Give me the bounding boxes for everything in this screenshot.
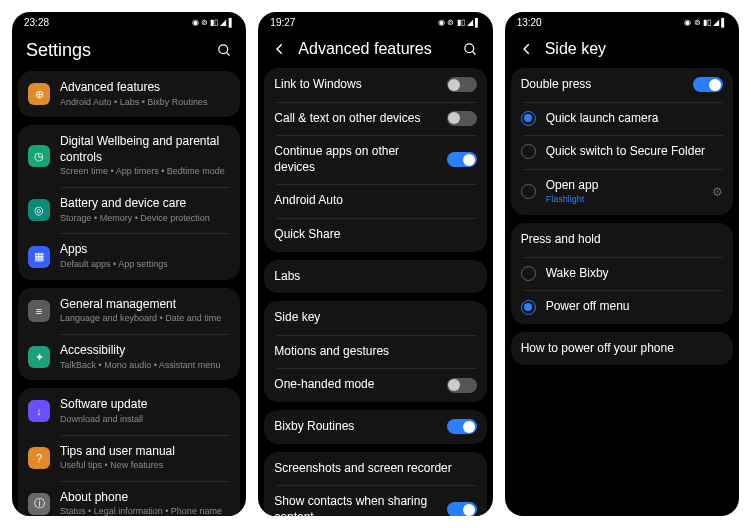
option-row[interactable]: Quick switch to Secure Folder	[511, 135, 733, 169]
toggle-switch[interactable]	[447, 378, 477, 393]
settings-row[interactable]: ▦AppsDefault apps • App settings	[18, 233, 240, 279]
row-title: Show contacts when sharing content	[274, 494, 436, 516]
row-subtitle: Android Auto • Labs • Bixby Routines	[60, 97, 230, 109]
radio-button[interactable]	[521, 300, 536, 315]
radio-button[interactable]	[521, 144, 536, 159]
status-icons: ◉ ⊚ ▮▯ ◢ ▌	[438, 18, 481, 27]
row-icon: ⓘ	[28, 493, 50, 515]
status-bar: 23:28 ◉ ⊚ ▮▯ ◢ ▌	[12, 12, 246, 32]
settings-row[interactable]: One-handed mode	[264, 368, 486, 402]
row-icon: ≡	[28, 300, 50, 322]
settings-screen: 23:28 ◉ ⊚ ▮▯ ◢ ▌ Settings ⊕Advanced feat…	[12, 12, 246, 516]
toggle-switch[interactable]	[447, 502, 477, 516]
settings-row[interactable]: ↓Software updateDownload and install	[18, 388, 240, 434]
status-bar: 19:27 ◉ ⊚ ▮▯ ◢ ▌	[258, 12, 492, 32]
settings-row[interactable]: Side key	[264, 301, 486, 335]
radio-button[interactable]	[521, 266, 536, 281]
settings-group: Link to WindowsCall & text on other devi…	[264, 68, 486, 252]
settings-row[interactable]: Labs	[264, 260, 486, 294]
settings-row[interactable]: Motions and gestures	[264, 335, 486, 369]
advanced-features-screen: 19:27 ◉ ⊚ ▮▯ ◢ ▌ Advanced features Link …	[258, 12, 492, 516]
row-title: Labs	[274, 269, 476, 285]
row-icon: ↓	[28, 400, 50, 422]
row-title: Open app	[546, 178, 702, 194]
toggle-switch[interactable]	[447, 419, 477, 434]
section-header: Double press	[511, 68, 733, 102]
gear-icon[interactable]: ⚙	[712, 185, 723, 199]
row-title: Tips and user manual	[60, 444, 230, 460]
settings-row[interactable]: ◎Battery and device careStorage • Memory…	[18, 187, 240, 233]
option-row[interactable]: Wake Bixby	[511, 257, 733, 291]
settings-row[interactable]: ≡General managementLanguage and keyboard…	[18, 288, 240, 334]
row-title: Digital Wellbeing and parental controls	[60, 134, 230, 165]
radio-button[interactable]	[521, 111, 536, 126]
option-row[interactable]: Quick launch camera	[511, 102, 733, 136]
toggle-switch[interactable]	[447, 77, 477, 92]
row-title: Link to Windows	[274, 77, 436, 93]
row-title: Wake Bixby	[546, 266, 723, 282]
settings-row[interactable]: ⊕Advanced featuresAndroid Auto • Labs • …	[18, 71, 240, 117]
search-icon[interactable]	[463, 41, 479, 57]
row-title: Android Auto	[274, 193, 476, 209]
option-row[interactable]: Power off menu	[511, 290, 733, 324]
settings-row[interactable]: Quick Share	[264, 218, 486, 252]
row-icon: ?	[28, 447, 50, 469]
toggle-switch[interactable]	[447, 152, 477, 167]
settings-row[interactable]: Continue apps on other devices	[264, 135, 486, 184]
section-label: Double press	[521, 77, 683, 93]
row-subtitle: TalkBack • Mono audio • Assistant menu	[60, 360, 230, 372]
status-bar: 13:20 ◉ ⊚ ▮▯ ◢ ▌	[505, 12, 739, 32]
row-subtitle: Screen time • App timers • Bedtime mode	[60, 166, 230, 178]
settings-group: Labs	[264, 260, 486, 294]
option-row[interactable]: How to power off your phone	[511, 332, 733, 366]
clock: 13:20	[517, 17, 542, 28]
header: Advanced features	[258, 32, 492, 68]
settings-row[interactable]: ⓘAbout phoneStatus • Legal information •…	[18, 481, 240, 516]
radio-button[interactable]	[521, 184, 536, 199]
advanced-list: Link to WindowsCall & text on other devi…	[258, 68, 492, 516]
option-row[interactable]: Open appFlashlight⚙	[511, 169, 733, 215]
row-icon: ▦	[28, 246, 50, 268]
settings-row[interactable]: ◷Digital Wellbeing and parental controls…	[18, 125, 240, 187]
settings-row[interactable]: Bixby Routines	[264, 410, 486, 444]
settings-row[interactable]: Android Auto	[264, 184, 486, 218]
settings-row[interactable]: Link to Windows	[264, 68, 486, 102]
row-title: General management	[60, 297, 230, 313]
row-title: Software update	[60, 397, 230, 413]
back-icon[interactable]	[272, 41, 288, 57]
row-title: Continue apps on other devices	[274, 144, 436, 175]
row-subtitle: Status • Legal information • Phone name	[60, 506, 230, 516]
row-title: Battery and device care	[60, 196, 230, 212]
status-icons: ◉ ⊚ ▮▯ ◢ ▌	[192, 18, 235, 27]
settings-list: ⊕Advanced featuresAndroid Auto • Labs • …	[12, 71, 246, 516]
settings-group: Screenshots and screen recorderShow cont…	[264, 452, 486, 516]
svg-point-0	[219, 45, 228, 54]
section-header: Press and hold	[511, 223, 733, 257]
section-label: Press and hold	[521, 232, 723, 248]
row-title: Side key	[274, 310, 476, 326]
row-title: Quick Share	[274, 227, 476, 243]
back-icon[interactable]	[519, 41, 535, 57]
svg-line-1	[226, 52, 229, 55]
page-title: Settings	[26, 40, 206, 61]
settings-row[interactable]: ?Tips and user manualUseful tips • New f…	[18, 435, 240, 481]
settings-row[interactable]: Call & text on other devices	[264, 102, 486, 136]
row-title: Quick launch camera	[546, 111, 723, 127]
search-icon[interactable]	[216, 43, 232, 59]
row-icon: ◎	[28, 199, 50, 221]
clock: 19:27	[270, 17, 295, 28]
page-title: Advanced features	[298, 40, 452, 58]
settings-row[interactable]: Screenshots and screen recorder	[264, 452, 486, 486]
toggle-switch[interactable]	[447, 111, 477, 126]
settings-row[interactable]: ✦AccessibilityTalkBack • Mono audio • As…	[18, 334, 240, 380]
row-subtitle: Download and install	[60, 414, 230, 426]
side-key-list: Double pressQuick launch cameraQuick swi…	[505, 68, 739, 516]
settings-group: ≡General managementLanguage and keyboard…	[18, 288, 240, 381]
settings-row[interactable]: Show contacts when sharing content	[264, 485, 486, 516]
toggle-switch[interactable]	[693, 77, 723, 92]
row-title: Quick switch to Secure Folder	[546, 144, 723, 160]
settings-group: Press and holdWake BixbyPower off menu	[511, 223, 733, 324]
row-title: Screenshots and screen recorder	[274, 461, 476, 477]
settings-group: Double pressQuick launch cameraQuick swi…	[511, 68, 733, 215]
row-icon: ⊕	[28, 83, 50, 105]
